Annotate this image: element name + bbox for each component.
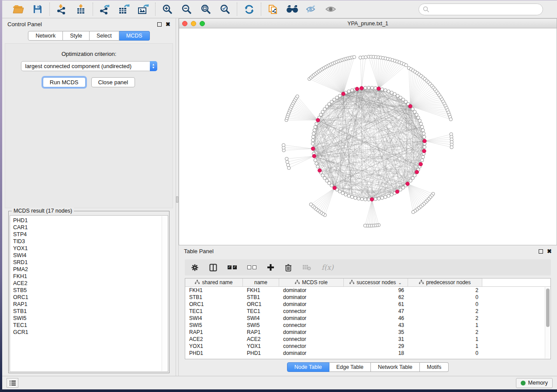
column-header-predecessor-nodes[interactable]: predecessor nodes	[408, 279, 482, 286]
mcds-result-item[interactable]: CAR1	[13, 224, 160, 231]
table-row[interactable]: TEC1TEC1connector472	[185, 308, 550, 315]
export-image-button[interactable]	[137, 3, 150, 16]
table-cell: dominator	[279, 287, 344, 293]
show-columns-button[interactable]	[209, 264, 217, 272]
search-input[interactable]	[419, 3, 543, 15]
mcds-result-item[interactable]: SRD1	[13, 259, 160, 266]
export-table-button[interactable]	[118, 3, 131, 16]
delete-table-button[interactable]	[302, 264, 311, 271]
table-cell: 46	[344, 315, 408, 321]
close-panel-icon[interactable]: ✖	[166, 22, 170, 27]
column-header-name[interactable]: name	[243, 279, 279, 286]
tab-mcds[interactable]: MCDS	[119, 31, 150, 41]
table-scrollbar-thumb[interactable]	[546, 289, 550, 327]
open-file-button[interactable]	[12, 3, 25, 16]
zoom-selected-button[interactable]	[218, 3, 232, 16]
delete-column-button[interactable]	[285, 264, 292, 272]
mcds-result-item[interactable]: SWI4	[13, 252, 160, 259]
mcds-result-list[interactable]: PHD1CAR1STP4TID3YOX1SWI4SRD1PMA2FKH1ACE2…	[10, 215, 168, 372]
deselect-all-columns-button[interactable]	[247, 265, 256, 269]
column-header-shared-name[interactable]: shared name	[185, 279, 243, 286]
select-all-columns-button[interactable]	[228, 265, 237, 269]
copy-network-button[interactable]	[266, 3, 280, 16]
column-header-successor-nodes[interactable]: successor nodes⌄	[344, 279, 408, 286]
tab-motifs[interactable]: Motifs	[420, 362, 449, 372]
mcds-result-item[interactable]: SWI5	[13, 315, 160, 322]
column-header-label: predecessor nodes	[426, 279, 471, 285]
network-canvas[interactable]	[179, 28, 557, 245]
mcds-result-item[interactable]: FKH1	[13, 273, 160, 280]
apply-function-button[interactable]: f(x)	[322, 263, 333, 272]
search-network-button[interactable]	[286, 3, 299, 16]
table-row[interactable]: ACE2ACE2connector311	[185, 336, 550, 343]
criterion-select[interactable]: largest connected component (undirected)…	[21, 61, 157, 71]
memory-button[interactable]: Memory	[516, 378, 553, 388]
import-table-button[interactable]	[74, 3, 87, 16]
table-cell: 43	[344, 322, 408, 328]
tab-network[interactable]: Network	[28, 31, 63, 41]
mcds-result-item[interactable]: STB1	[13, 308, 160, 315]
hide-selection-button[interactable]	[305, 3, 318, 16]
column-header-MCDS-role[interactable]: MCDS role	[279, 279, 344, 286]
close-panel-button[interactable]: Close panel	[91, 77, 135, 87]
table-row[interactable]: SWI4SWI4dominator462	[185, 315, 550, 322]
table-cell: TEC1	[185, 308, 243, 314]
float-table-panel-icon[interactable]	[539, 249, 543, 254]
table-scrollbar[interactable]	[545, 287, 550, 358]
zoom-fit-button[interactable]	[199, 3, 212, 16]
mcds-result-item[interactable]: RAP1	[13, 301, 160, 308]
mcds-result-item[interactable]: PMA2	[13, 266, 160, 273]
create-column-button[interactable]	[267, 264, 274, 271]
close-table-panel-icon[interactable]: ✖	[547, 249, 552, 254]
table-row[interactable]: STB1STB1dominator620	[185, 294, 550, 301]
tab-node-table[interactable]: Node Table	[287, 362, 329, 372]
checked-box-icon	[233, 265, 237, 269]
mcds-result-item[interactable]: STP4	[13, 231, 160, 238]
export-network-button[interactable]	[98, 3, 111, 16]
table-cell: ORC1	[185, 301, 243, 307]
table-row[interactable]: FKH1FKH1dominator962	[185, 287, 550, 294]
node-table[interactable]: shared namenameMCDS rolesuccessor nodes⌄…	[185, 278, 551, 359]
network-window-titlebar[interactable]: YPA_prune.txt_1	[179, 19, 557, 28]
mcds-result-item[interactable]: TEC1	[13, 322, 160, 329]
table-row[interactable]: SWI5SWI5connector431	[185, 322, 550, 329]
table-panel: Table Panel ✖	[179, 245, 557, 376]
mcds-result-item[interactable]: ACE2	[13, 280, 160, 287]
mcds-result-item[interactable]: PHD1	[13, 217, 160, 224]
save-session-button[interactable]	[31, 3, 44, 16]
table-settings-button[interactable]	[191, 264, 199, 272]
tab-select[interactable]: Select	[90, 31, 119, 41]
table-cell: 62	[344, 294, 408, 300]
float-panel-icon[interactable]	[157, 22, 162, 27]
mcds-result-item[interactable]: YOX1	[13, 245, 160, 252]
binoculars-icon	[286, 4, 299, 14]
mcds-list-scrollbar[interactable]	[162, 216, 167, 371]
panel-splitter[interactable]	[176, 18, 179, 376]
table-row[interactable]: RAP1RAP1dominator352	[185, 329, 550, 336]
refresh-view-button[interactable]	[242, 3, 256, 16]
table-cell: STB1	[185, 294, 243, 300]
mcds-result-item[interactable]: STB5	[13, 287, 160, 294]
table-row[interactable]: YOX1YOX1connector291	[185, 343, 550, 350]
table-row[interactable]: ORC1ORC1dominator610	[185, 301, 550, 308]
show-selection-button[interactable]	[324, 3, 337, 16]
import-network-button[interactable]	[55, 3, 68, 16]
control-panel: Control Panel ✖ NetworkStyleSelectMCDS O…	[2, 18, 176, 376]
table-cell: 0	[408, 350, 482, 356]
mcds-result-item[interactable]: ORC1	[13, 294, 160, 301]
table-cell: YOX1	[185, 343, 243, 349]
tab-network-table[interactable]: Network Table	[371, 362, 420, 372]
refresh-icon	[244, 4, 255, 15]
checked-box-icon	[228, 265, 232, 269]
tab-edge-table[interactable]: Edge Table	[329, 362, 371, 372]
zoom-out-button[interactable]	[180, 3, 193, 16]
mcds-result-item[interactable]: TID3	[13, 238, 160, 245]
mcds-result-item[interactable]: GCR1	[13, 329, 160, 336]
run-mcds-button[interactable]: Run MCDS	[43, 77, 86, 87]
table-cell: 61	[344, 301, 408, 307]
table-row[interactable]: PHD1PHD1dominator180	[185, 350, 550, 357]
zoom-in-button[interactable]	[161, 3, 174, 16]
tab-style[interactable]: Style	[63, 31, 90, 41]
show-panels-button[interactable]	[7, 378, 18, 388]
table-cell: STB1	[243, 294, 279, 300]
